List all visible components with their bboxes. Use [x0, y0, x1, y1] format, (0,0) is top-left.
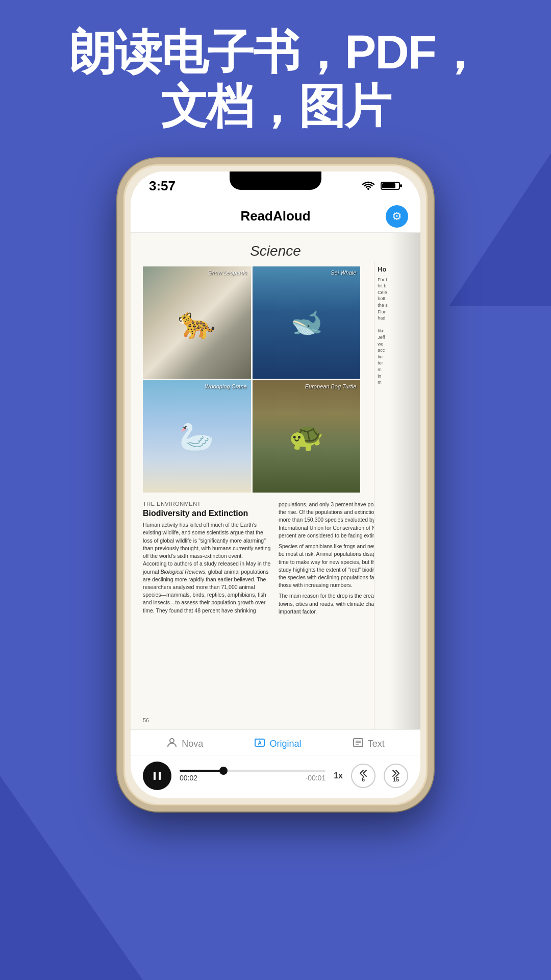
- text-label: Text: [368, 739, 385, 749]
- phone-frame: 3:57: [117, 158, 434, 812]
- original-label: Original: [269, 739, 301, 749]
- hero-line1: 朗读电子书，PDF，: [69, 26, 482, 78]
- playback-bar: 00:02 -00:01 1x: [131, 755, 420, 798]
- page-number: 56: [143, 717, 149, 723]
- voice-tabs: Nova A Original: [131, 730, 420, 755]
- wifi-icon: [361, 181, 375, 191]
- progress-track[interactable]: [180, 770, 325, 772]
- person-icon: [166, 737, 178, 751]
- gear-icon: ⚙: [392, 210, 402, 223]
- article-title: Biodiversity and Extinction: [143, 508, 272, 518]
- svg-text:A: A: [258, 740, 262, 746]
- crane-label: Whooping Crane: [205, 383, 247, 389]
- progress-fill: [180, 770, 223, 772]
- turtle-label: European Bog Turtle: [305, 383, 357, 389]
- bg-shape-right: [449, 153, 551, 306]
- app-title: ReadAloud: [240, 208, 310, 224]
- right-col-heading: Ho: [378, 265, 417, 274]
- book-page: Science Snow Leopards Sei Whale Whooping…: [131, 233, 420, 729]
- svg-rect-2: [382, 183, 395, 188]
- status-time: 3:57: [149, 178, 176, 194]
- svg-rect-12: [159, 772, 161, 780]
- article-section: THE ENVIRONMENT Biodiversity and Extinct…: [143, 501, 408, 619]
- tab-nova[interactable]: Nova: [166, 737, 203, 751]
- nova-label: Nova: [182, 739, 203, 749]
- sei-whale-label: Sei Whale: [331, 270, 356, 276]
- progress-thumb: [219, 767, 228, 775]
- skip-back-num: 6: [362, 776, 365, 782]
- tab-text[interactable]: Text: [353, 737, 385, 751]
- phone-screen: 3:57: [131, 172, 420, 798]
- photo-bog-turtle: European Bog Turtle: [253, 380, 361, 493]
- pause-button[interactable]: [143, 762, 171, 790]
- speed-button[interactable]: 1x: [334, 771, 343, 780]
- article-column-left: THE ENVIRONMENT Biodiversity and Extinct…: [143, 501, 272, 619]
- time-remaining: -00:01: [306, 774, 326, 782]
- svg-rect-11: [154, 772, 156, 780]
- right-col-body: For thit bCelebottthe sFlorihadlikeJeffw…: [378, 277, 417, 386]
- app-header: ReadAloud ⚙: [131, 200, 420, 233]
- article-body-left: Human activity has killed off much of th…: [143, 521, 272, 615]
- playback-row: 00:02 -00:01 1x: [143, 762, 408, 790]
- snow-leopard-label: Snow Leopards: [208, 270, 246, 276]
- book-section-title: Science: [143, 243, 408, 259]
- status-icons: [361, 181, 402, 191]
- skip-forward-num: 15: [393, 776, 399, 782]
- notch: [230, 172, 321, 190]
- photo-sei-whale: Sei Whale: [253, 266, 361, 379]
- book-content: Science Snow Leopards Sei Whale Whooping…: [131, 233, 420, 729]
- photo-grid: Snow Leopards Sei Whale Whooping Crane E…: [143, 266, 360, 493]
- svg-point-4: [170, 739, 174, 743]
- time-current: 00:02: [180, 774, 197, 782]
- skip-back-button[interactable]: 6: [351, 764, 375, 788]
- photo-snow-leopard: Snow Leopards: [143, 266, 251, 379]
- svg-rect-3: [400, 184, 402, 187]
- time-row: 00:02 -00:01: [180, 774, 325, 782]
- text-icon: [353, 737, 364, 751]
- pause-icon: [151, 770, 163, 782]
- tab-original[interactable]: A Original: [254, 737, 301, 751]
- skip-forward-button[interactable]: 15: [384, 764, 408, 788]
- right-text-column: Ho For thit bCelebottthe sFlorihadlikeJe…: [374, 261, 420, 729]
- photo-whooping-crane: Whooping Crane: [143, 380, 251, 493]
- phone-mockup: 3:57: [117, 158, 434, 812]
- battery-icon: [381, 181, 402, 191]
- settings-button[interactable]: ⚙: [386, 205, 408, 228]
- svg-point-0: [367, 188, 369, 190]
- font-icon: A: [254, 737, 265, 751]
- status-bar: 3:57: [131, 172, 420, 200]
- article-tag: THE ENVIRONMENT: [143, 501, 272, 507]
- progress-container[interactable]: 00:02 -00:01: [180, 770, 325, 782]
- bottom-controls: Nova A Original: [131, 729, 420, 798]
- hero-line2: 文档，图片: [161, 80, 390, 132]
- hero-section: 朗读电子书，PDF， 文档，图片: [0, 26, 551, 134]
